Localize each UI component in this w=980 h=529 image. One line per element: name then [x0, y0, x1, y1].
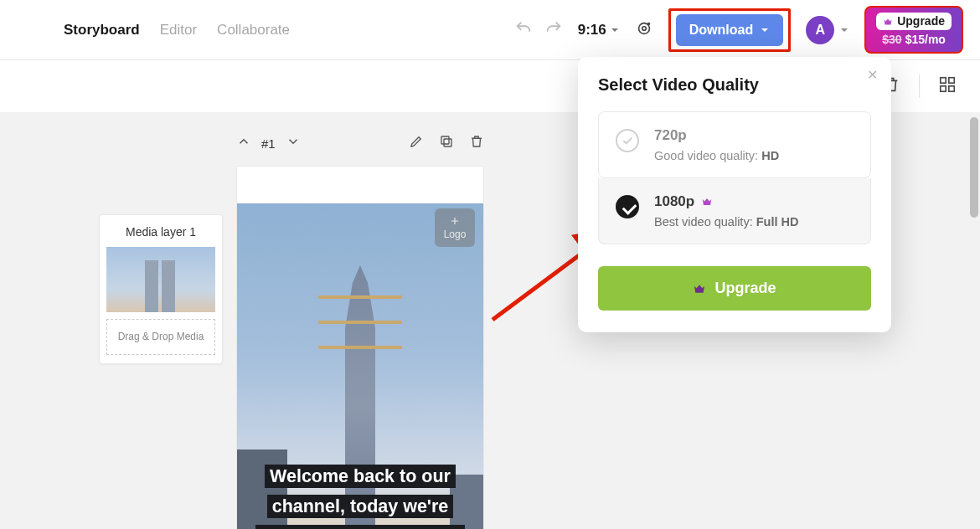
svg-point-1	[642, 26, 646, 30]
plus-icon	[449, 215, 461, 227]
top-bar: Storyboard Editor Collaborate 9:16 Downl…	[0, 0, 980, 60]
crown-icon	[883, 17, 893, 27]
chevron-down-icon	[760, 25, 770, 35]
divider	[919, 74, 920, 98]
undo-icon[interactable]	[514, 19, 533, 41]
media-layer-card: Media layer 1 Drag & Drop Media	[99, 214, 223, 364]
tab-editor[interactable]: Editor	[160, 22, 197, 39]
close-icon[interactable]: ✕	[867, 67, 878, 83]
scene-caption[interactable]: Welcome back to our channel, today we're…	[250, 461, 470, 529]
scene-collapse-up-icon[interactable]	[236, 134, 251, 152]
tab-storyboard[interactable]: Storyboard	[64, 22, 140, 39]
quality-desc: Best video quality: Full HD	[654, 215, 798, 229]
topbar-right: 9:16 Download A Upgrade $30$15/mo	[514, 6, 963, 54]
upgrade-pill[interactable]: Upgrade $30$15/mo	[864, 6, 963, 54]
svg-rect-4	[949, 78, 954, 83]
quality-desc: Good video quality: HD	[654, 149, 779, 162]
chevron-down-icon	[610, 25, 620, 35]
scene-header: #1	[236, 134, 484, 152]
popover-title: Select Video Quality	[598, 75, 871, 95]
upgrade-button[interactable]: Upgrade	[598, 266, 871, 311]
download-button[interactable]: Download	[676, 14, 783, 46]
scene-preview[interactable]: Logo Welcome back to our channel, today …	[236, 166, 484, 529]
scene-index: #1	[261, 136, 276, 151]
media-layer-title: Media layer 1	[106, 225, 215, 239]
grid-view-icon[interactable]	[938, 75, 957, 97]
upgrade-pill-label-row: Upgrade	[876, 13, 952, 31]
upgrade-button-label: Upgrade	[714, 280, 776, 297]
duplicate-icon[interactable]	[439, 134, 454, 152]
crown-icon	[693, 282, 706, 295]
radio-unchecked	[616, 129, 639, 152]
scene-expand-down-icon[interactable]	[286, 134, 301, 152]
tower-band	[318, 321, 402, 324]
undo-redo-group	[514, 19, 563, 41]
quality-title: 720p	[654, 127, 779, 144]
logo-placeholder[interactable]: Logo	[435, 208, 475, 247]
scene-caption-text: Welcome back to our channel, today we're…	[252, 465, 468, 529]
quality-title: 1080p	[654, 193, 798, 210]
upgrade-pill-price: $30$15/mo	[876, 33, 952, 48]
download-label: Download	[689, 23, 753, 38]
logo-chip-label: Logo	[444, 229, 467, 240]
edit-icon[interactable]	[409, 134, 424, 152]
aspect-ratio-value: 9:16	[578, 22, 606, 39]
download-highlight: Download	[668, 8, 791, 52]
svg-rect-5	[941, 86, 946, 91]
settings-icon[interactable]	[635, 19, 653, 41]
crown-icon	[701, 196, 713, 208]
tab-collaborate[interactable]: Collaborate	[217, 22, 290, 39]
upgrade-new-price: $15/mo	[905, 33, 946, 46]
upgrade-pill-label: Upgrade	[897, 14, 945, 29]
redo-icon[interactable]	[544, 19, 563, 41]
upgrade-old-price: $30	[882, 33, 901, 46]
quality-option-1080p[interactable]: 1080p Best video quality: Full HD	[598, 178, 871, 244]
account-menu[interactable]: A	[806, 16, 849, 44]
svg-rect-6	[949, 86, 954, 91]
aspect-ratio-selector[interactable]: 9:16	[578, 22, 620, 39]
media-drop-zone[interactable]: Drag & Drop Media	[106, 319, 215, 355]
svg-rect-7	[444, 139, 451, 146]
trash-icon[interactable]	[469, 134, 484, 152]
media-thumbnail[interactable]	[106, 247, 215, 312]
video-quality-popover: ✕ Select Video Quality 720p Good video q…	[578, 57, 891, 332]
svg-point-2	[647, 22, 650, 25]
svg-rect-3	[941, 78, 946, 83]
quality-option-720p[interactable]: 720p Good video quality: HD	[598, 111, 871, 178]
scrollbar[interactable]	[970, 117, 978, 218]
svg-rect-8	[441, 136, 449, 144]
tower-band	[318, 346, 402, 349]
radio-checked	[616, 195, 639, 218]
nav-tabs: Storyboard Editor Collaborate	[64, 22, 290, 39]
tower-band	[318, 295, 402, 299]
chevron-down-icon	[839, 25, 849, 35]
avatar: A	[806, 16, 834, 44]
scene-topstrip	[237, 167, 483, 203]
